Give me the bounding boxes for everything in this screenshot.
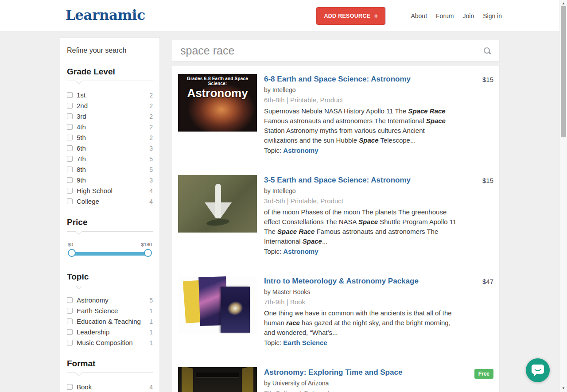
filter-label: 1st bbox=[77, 91, 85, 99]
filter-option[interactable]: Education & Teaching1 bbox=[67, 318, 153, 325]
scrollbar-down-arrow[interactable]: ▼ bbox=[560, 386, 567, 390]
checkbox[interactable] bbox=[67, 297, 73, 303]
checkbox[interactable] bbox=[67, 135, 73, 140]
format-heading: Format bbox=[67, 359, 153, 369]
filter-option[interactable]: High School4 bbox=[67, 187, 153, 194]
checkbox[interactable] bbox=[67, 329, 73, 335]
shuttle-body-shape bbox=[215, 184, 221, 218]
filter-option[interactable]: 3rd2 bbox=[67, 113, 153, 120]
filter-label: Leadership bbox=[77, 328, 109, 336]
checkbox[interactable] bbox=[67, 145, 73, 151]
search-result-item: Grades 6-8 Earth and Space Science:Astro… bbox=[178, 74, 493, 155]
checkbox[interactable] bbox=[67, 318, 73, 324]
filter-label: Astronomy bbox=[77, 296, 109, 304]
filter-option[interactable]: Earth Science1 bbox=[67, 307, 153, 314]
price-slider-track[interactable] bbox=[72, 252, 148, 256]
filter-option[interactable]: 4th2 bbox=[67, 123, 153, 131]
filter-option[interactable]: 6th3 bbox=[67, 144, 153, 152]
filter-option[interactable]: 7th5 bbox=[67, 155, 153, 163]
thumbnail-caption: Grades 6-8 Earth and Space Science: bbox=[178, 76, 257, 86]
observatory-beam-shape bbox=[196, 373, 239, 377]
price-min-label: $0 bbox=[68, 242, 73, 247]
page-scrollbar[interactable]: ▲ ▼ bbox=[559, 0, 567, 392]
result-description: of the moon Phases of the moon The plane… bbox=[264, 207, 459, 246]
result-title-link[interactable]: 6-8 Earth and Space Science: Astronomy bbox=[264, 75, 459, 84]
result-price: $47 bbox=[482, 278, 493, 285]
header-nav: ADD RESOURCE + About Forum Join Sign in bbox=[316, 0, 502, 32]
result-thumbnail[interactable] bbox=[178, 276, 257, 334]
checkbox[interactable] bbox=[67, 167, 73, 172]
chat-widget-button[interactable] bbox=[526, 358, 550, 382]
price-slider-handle-max[interactable] bbox=[144, 249, 152, 257]
result-title-link[interactable]: Astronomy: Exploring Time and Space bbox=[264, 368, 459, 377]
logo[interactable]: Learnamic bbox=[66, 7, 145, 23]
filter-option[interactable]: Book4 bbox=[67, 383, 153, 391]
result-description: One thing we have in common with the anc… bbox=[264, 308, 459, 338]
price-heading: Price bbox=[67, 217, 153, 227]
thumbnail-title: Astronomy bbox=[178, 86, 257, 100]
search-result-item: Astronomy: Exploring Time and Spaceby Un… bbox=[178, 367, 493, 392]
scrollbar-thumb[interactable] bbox=[561, 6, 566, 137]
nav-forum[interactable]: Forum bbox=[436, 12, 454, 19]
checkbox[interactable] bbox=[67, 124, 73, 130]
nav-join[interactable]: Join bbox=[463, 12, 474, 19]
search-input[interactable] bbox=[180, 44, 483, 57]
filter-option[interactable]: 2nd2 bbox=[67, 102, 153, 109]
result-title-link[interactable]: Intro to Meteorology & Astronomy Package bbox=[264, 277, 459, 286]
filter-label: Music Composition bbox=[77, 339, 133, 346]
topic-list: Astronomy5Earth Science1Education & Teac… bbox=[67, 296, 153, 346]
checkbox[interactable] bbox=[67, 384, 73, 390]
nav-sign-in[interactable]: Sign in bbox=[483, 12, 502, 19]
filter-option[interactable]: College4 bbox=[67, 198, 153, 205]
checkbox[interactable] bbox=[67, 198, 73, 204]
result-topic: Topic: Astronomy bbox=[264, 247, 459, 256]
price-slider-handle-min[interactable] bbox=[68, 249, 76, 257]
search-result-item: 3-5 Earth and Space Science: Astronomyby… bbox=[178, 175, 493, 256]
filter-label: 9th bbox=[77, 176, 86, 184]
filter-option[interactable]: 1st2 bbox=[67, 91, 153, 99]
result-thumbnail[interactable] bbox=[178, 175, 257, 233]
filter-count: 1 bbox=[149, 339, 153, 346]
checkbox[interactable] bbox=[67, 113, 73, 119]
filter-option[interactable]: 9th3 bbox=[67, 176, 153, 184]
filter-count: 1 bbox=[149, 329, 153, 336]
price-slider[interactable] bbox=[68, 248, 152, 260]
result-topic-link[interactable]: Astronomy bbox=[283, 248, 318, 255]
search-icon[interactable] bbox=[483, 47, 491, 55]
filter-count: 3 bbox=[149, 145, 153, 152]
filter-label: 5th bbox=[77, 134, 86, 141]
result-topic-link[interactable]: Earth Science bbox=[283, 339, 327, 346]
result-title-link[interactable]: 3-5 Earth and Space Science: Astronomy bbox=[264, 176, 459, 185]
result-topic-link[interactable]: Astronomy bbox=[283, 147, 318, 154]
chat-bubble-icon bbox=[532, 365, 544, 376]
result-thumbnail[interactable] bbox=[178, 367, 257, 392]
checkbox[interactable] bbox=[67, 92, 73, 98]
result-thumbnail[interactable]: Grades 6-8 Earth and Space Science:Astro… bbox=[178, 74, 257, 132]
section-divider bbox=[67, 81, 153, 84]
price-max-label: $180 bbox=[141, 242, 152, 247]
filter-count: 4 bbox=[149, 187, 153, 194]
filter-option[interactable]: Leadership1 bbox=[67, 328, 153, 336]
checkbox[interactable] bbox=[67, 156, 73, 162]
checkbox[interactable] bbox=[67, 177, 73, 183]
nav-about[interactable]: About bbox=[411, 12, 427, 19]
filter-option[interactable]: 5th2 bbox=[67, 134, 153, 141]
checkbox[interactable] bbox=[67, 340, 73, 345]
filter-option[interactable]: 8th5 bbox=[67, 166, 153, 173]
filter-label: 7th bbox=[77, 155, 86, 163]
shuttle-wing-shape bbox=[221, 202, 232, 217]
add-resource-button[interactable]: ADD RESOURCE + bbox=[316, 7, 385, 25]
filter-count: 1 bbox=[149, 307, 153, 314]
filter-option[interactable]: Astronomy5 bbox=[67, 296, 153, 304]
checkbox[interactable] bbox=[67, 188, 73, 194]
filter-sidebar: Refine your search Grade Level 1st22nd23… bbox=[60, 37, 160, 392]
filter-label: College bbox=[77, 198, 99, 205]
section-divider bbox=[67, 286, 153, 289]
filter-count: 4 bbox=[149, 384, 153, 391]
filter-label: High School bbox=[77, 187, 113, 194]
checkbox[interactable] bbox=[67, 103, 73, 109]
filter-option[interactable]: Music Composition1 bbox=[67, 339, 153, 346]
scrollbar-up-arrow[interactable]: ▲ bbox=[560, 1, 567, 5]
checkbox[interactable] bbox=[67, 308, 73, 314]
filter-label: Earth Science bbox=[77, 307, 118, 314]
